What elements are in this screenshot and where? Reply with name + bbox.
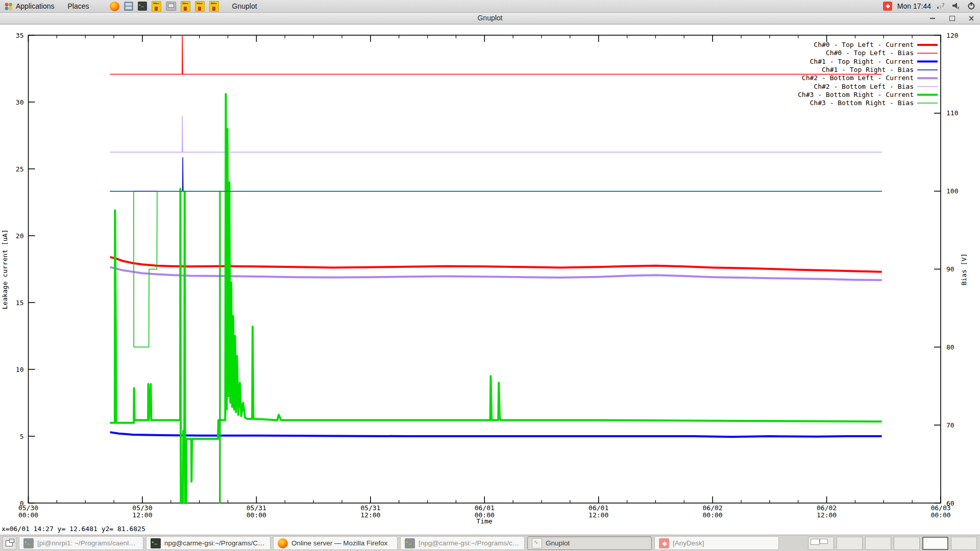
y2-tick-label: 100	[946, 187, 958, 195]
network-status-icon[interactable]: ?	[936, 1, 946, 12]
series-ch-1-top-right-current	[110, 432, 882, 437]
legend-label: Ch#1 - Top Right - Current	[810, 58, 914, 65]
x-tick-label: 06/02	[703, 504, 723, 512]
anydesk-icon	[659, 538, 669, 548]
legend-label: Ch#3 - Bottom Right - Bias	[810, 99, 914, 107]
y-tick-label: 35	[16, 32, 24, 39]
x-tick-label: 12:00	[132, 511, 152, 519]
gnuplot-window-titlebar[interactable]: Gnuplot ×	[0, 13, 980, 24]
clock: Mon 17:44	[897, 2, 931, 10]
workspace-1[interactable]	[808, 537, 834, 550]
legend-label: Ch#2 - Bottom Left - Bias	[814, 83, 914, 90]
svg-text:?: ?	[942, 3, 944, 8]
x-tick-label: 12:00	[589, 511, 608, 519]
taskbar-item-label: [pi@nnrpi1: ~/Programs/caenlogg…	[37, 539, 139, 547]
anydesk-icon[interactable]	[883, 2, 892, 11]
y2-tick-label: 60	[946, 499, 954, 507]
taskbar-item-label: Online server — Mozilla Firefox	[291, 539, 387, 547]
workspace-3[interactable]	[865, 537, 891, 550]
firefox-icon	[278, 538, 288, 548]
window-title: Gnuplot	[0, 14, 980, 22]
y-tick-label: 15	[16, 299, 24, 307]
mouse-coordinate-readout: x=06/01 14:27 y= 12.6481 y2= 81.6825	[2, 525, 145, 533]
workspace-window-thumbnail	[820, 539, 828, 544]
x-tick-label: 00:00	[247, 511, 266, 519]
taskbar-item-label: [AnyDesk]	[673, 539, 704, 547]
legend-label: Ch#0 - Top Left - Current	[814, 41, 914, 48]
x-tick-label: 00:00	[18, 511, 38, 519]
taskbar-item-label: npg@carme-gsi:~/Programs/CAR…	[164, 539, 266, 547]
y-tick-label: 0	[20, 499, 24, 507]
y2-tick-label: 120	[946, 32, 958, 39]
x-tick-label: 05/30	[132, 504, 152, 512]
x-tick-label: 06/01	[589, 504, 608, 512]
legend-label: Ch#2 - Bottom Left - Current	[802, 74, 914, 82]
x-tick-label: 05/31	[360, 504, 380, 512]
midas-icon[interactable]	[209, 1, 219, 12]
series-ch-3-bottom-right-current	[110, 94, 882, 503]
taskbar-item[interactable]: npg@carme-gsi:~/Programs/CAR…	[146, 536, 271, 550]
terminal-icon[interactable]	[138, 2, 147, 11]
screenshot-tool-icon[interactable]	[166, 2, 176, 11]
taskbar-item-label: [npg@carme-gsi:~/Programs/caen…	[419, 539, 520, 547]
workspace-window-thumbnail	[811, 539, 820, 545]
workspace-4[interactable]	[894, 537, 920, 550]
applications-menu[interactable]: Applications	[13, 2, 61, 10]
power-icon[interactable]	[967, 1, 976, 12]
legend-label: Ch#1 - Top Right - Bias	[822, 66, 914, 73]
show-desktop-button[interactable]	[2, 536, 16, 550]
y2-tick-label: 70	[946, 421, 954, 429]
x-tick-label: 05/31	[247, 504, 266, 512]
series-ch-0-top-left-bias	[110, 35, 882, 74]
workspace-5[interactable]	[922, 537, 948, 550]
midas-icon[interactable]	[181, 1, 190, 12]
workspace-6[interactable]	[951, 537, 977, 550]
taskbar-item-label: Gnuplot	[546, 539, 570, 547]
y-tick-label: 5	[20, 433, 24, 440]
gnuplot-canvas-region: 05/3000:0005/3012:0005/3100:0005/3112:00…	[0, 24, 980, 535]
firefox-icon[interactable]	[110, 2, 119, 11]
close-button[interactable]: ×	[966, 14, 977, 23]
legend-label: Ch#3 - Bottom Right - Current	[798, 91, 914, 98]
taskbar-item[interactable]: Online server — Mozilla Firefox	[273, 536, 398, 550]
panel-window-list-item[interactable]: Gnuplot	[232, 2, 257, 10]
taskbar-item[interactable]: Gnuplot	[527, 536, 652, 550]
file-manager-icon[interactable]	[124, 2, 133, 11]
panel-launchers	[110, 1, 219, 12]
y2-tick-label: 90	[946, 265, 954, 273]
y-axis-title: Leakage current [uA]	[1, 230, 9, 310]
workspace-switcher	[808, 536, 978, 550]
desktop-top-panel: Applications Places Gnuplot Mon 17:44 ? …	[0, 0, 980, 13]
legend-label: Ch#0 - Top Left - Bias	[826, 49, 914, 57]
distro-menu-icon[interactable]	[4, 2, 13, 11]
x-axis-title: Time	[476, 517, 492, 525]
y2-tick-label: 110	[946, 109, 958, 117]
y-tick-label: 10	[16, 366, 24, 373]
maximize-button[interactable]	[946, 14, 958, 23]
x-tick-label: 00:00	[703, 511, 723, 519]
taskbar-item[interactable]: [AnyDesk]	[654, 536, 779, 550]
x-tick-label: 06/01	[475, 504, 495, 512]
plot-canvas[interactable]: 05/3000:0005/3012:0005/3100:0005/3112:00…	[0, 24, 980, 535]
midas-icon[interactable]	[195, 1, 205, 12]
y2-axis-title: Bias [V]	[960, 254, 968, 286]
x-tick-label: 12:00	[817, 511, 837, 519]
terminal-icon	[23, 538, 34, 548]
taskbar-item[interactable]: [pi@nnrpi1: ~/Programs/caenlogg…	[19, 536, 143, 550]
y-tick-label: 20	[16, 232, 24, 240]
y2-tick-label: 80	[946, 343, 954, 351]
taskbar-item[interactable]: [npg@carme-gsi:~/Programs/caen…	[400, 536, 525, 550]
terminal-icon	[151, 538, 161, 548]
minimize-button[interactable]	[927, 14, 938, 23]
places-menu[interactable]: Places	[61, 2, 96, 10]
terminal-icon	[405, 538, 415, 548]
workspace-2[interactable]	[837, 537, 863, 550]
gnuplot-icon	[532, 538, 542, 548]
y-tick-label: 30	[16, 98, 24, 106]
volume-muted-icon[interactable]: x	[951, 1, 962, 12]
midas-icon[interactable]	[152, 1, 161, 12]
y-tick-label: 25	[16, 165, 24, 173]
x-tick-label: 12:00	[360, 511, 380, 519]
svg-text:x: x	[957, 6, 960, 10]
x-tick-label: 06/02	[817, 504, 837, 512]
